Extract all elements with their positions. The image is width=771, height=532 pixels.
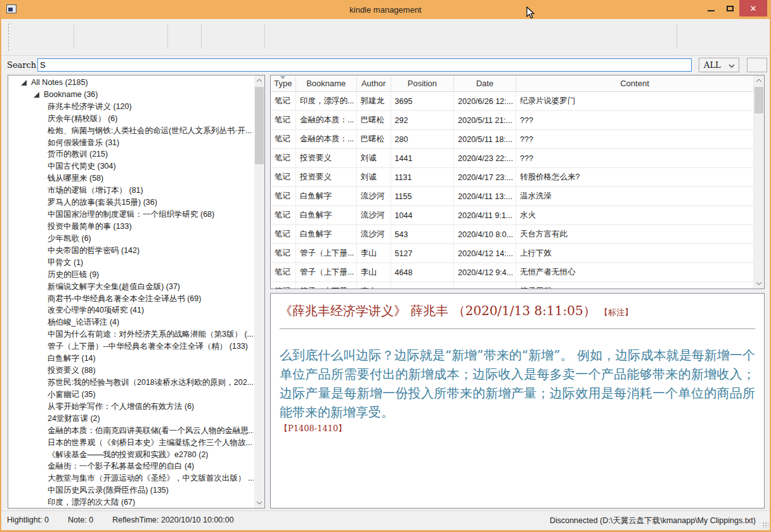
column-header-content[interactable]: Content [516, 75, 754, 91]
maximize-button[interactable] [720, 0, 739, 16]
tree-item-label: 中国古代简史 (304) [48, 161, 116, 172]
filter-dropdown[interactable]: ALL [699, 58, 739, 72]
cell-content: 转股价格怎么来? [516, 168, 754, 186]
table-row[interactable]: 笔记金融的本质：...巴曙松2922020/5/11 21:...??? [271, 111, 754, 130]
note-detail-panel: 《薛兆丰经济学讲义》 薛兆丰 （2020/1/13 8:11:05） 【标注】 … [270, 293, 765, 509]
tree-item-book[interactable]: 薛兆丰经济学讲义 (120) [8, 101, 254, 113]
toolbar-grip-handle[interactable] [8, 23, 10, 51]
table-scrollbar[interactable] [754, 75, 764, 289]
tree-item-book[interactable]: 少年凯歌 (6) [8, 233, 254, 245]
tree-item-book[interactable]: 钱从哪里来 (58) [8, 172, 254, 185]
tree-item-book[interactable]: 苏世民:我的经验与教训（2018读桥水达利欧的原则，202... [8, 377, 254, 389]
tree-item-book[interactable]: 金融的本质：伯南克四讲美联储(看一个风云人物的金融思... [8, 425, 254, 437]
tree-item-book[interactable]: 中国古代简史 (304) [8, 160, 254, 172]
tree-item-book[interactable]: 中国国家治理的制度逻辑：一个组织学研究 (68) [8, 209, 254, 221]
cell-author: 刘诚 [357, 149, 391, 167]
cell-type: 笔记 [271, 225, 296, 243]
search-input[interactable] [37, 58, 692, 72]
tree-item-book[interactable]: 商君书-中华经典名著全本全注全译丛书 (69) [8, 293, 254, 305]
tree-item-book[interactable]: 白鱼解字 (14) [8, 353, 254, 365]
table-row[interactable]: 笔记白鱼解字流沙河10442020/4/11 9:1...水火 [271, 206, 754, 225]
tree-item-label: 小窗幽记 (35) [48, 389, 96, 400]
tree-item-book[interactable]: 中央帝国的哲学密码 (142) [8, 245, 254, 257]
table-row[interactable]: 笔记白鱼解字流沙河5432020/4/10 8:0...天台方言有此 [271, 225, 754, 244]
column-header-date[interactable]: Date [454, 75, 516, 91]
tree-item-book[interactable]: 金融街：一个影子私募基金经理的自白 (4) [8, 461, 254, 473]
toolbar-separator [264, 24, 265, 49]
tree-item-book[interactable]: 货币的教训 (215) [8, 149, 254, 161]
cell-author: 巴曙松 [357, 130, 391, 148]
table-row[interactable]: 笔记印度，漂浮的...郭建龙36952020/6/26 12:...纪录片说婆罗… [271, 92, 754, 111]
cell-position: 1441 [391, 149, 455, 167]
table-header-row: TypeBooknameAuthorPositionDateContent [271, 75, 754, 92]
scroll-down-icon[interactable] [254, 497, 264, 508]
tree-item-book[interactable]: 投资中最简单的事 (133) [8, 221, 254, 233]
tree-item-book[interactable]: 如何假装懂音乐 (31) [8, 137, 254, 149]
scroll-up-icon[interactable] [754, 75, 764, 86]
tree-item-book[interactable]: 中国为什么有前途：对外经济关系的战略潜能（第3版） (... [8, 328, 254, 341]
cell-date: 2020/4/11 9:1... [454, 206, 516, 224]
table-row[interactable]: 笔记管子（上下册...李山45772020/4/12 9:4...管子思想 [271, 282, 754, 289]
tree-item-book[interactable]: 市场的逻辑（增订本） (81) [8, 185, 254, 197]
tree-expand-icon[interactable] [34, 92, 39, 98]
search-action-button[interactable] [747, 58, 767, 72]
tree-item-book[interactable]: 改变心理学的40项研究 (41) [8, 305, 254, 317]
tree-item-label: 枪炮、病菌与钢铁:人类社会的命运(世纪人文系列丛书·开... [48, 126, 252, 136]
tree-item-book[interactable]: 印度，漂浮的次大陆 (67) [8, 496, 254, 509]
tree-item-book[interactable]: 日本的世界观（《剑桥日本史》主编凝练之作三个人物故... [8, 437, 254, 449]
tree-item-book[interactable]: 小窗幽记 (35) [8, 389, 254, 401]
tree-item-book[interactable]: 24堂财富课 (2) [8, 413, 254, 425]
tree-item-label: 如何假装懂音乐 (31) [48, 138, 119, 148]
scroll-down-icon[interactable] [754, 278, 764, 289]
scrollbar-thumb[interactable] [255, 87, 264, 164]
table-row[interactable]: 笔记管子（上下册...李山51272020/4/12 14:...上行下效 [271, 244, 754, 263]
table-row[interactable]: 笔记金融的本质：...巴曙松2802020/5/11 18:...??? [271, 130, 754, 149]
cell-date: 2020/4/10 8:0... [454, 225, 516, 243]
scrollbar-thumb[interactable] [755, 87, 763, 114]
table-row[interactable]: 笔记投资要义刘诚11312020/4/17 23:...转股价格怎么来? [271, 168, 754, 187]
cell-bookname: 金融的本质：... [296, 130, 357, 148]
column-header-bookname[interactable]: Bookname [296, 75, 357, 91]
tree-item-label: 苏世民:我的经验与教训（2018读桥水达利欧的原则，202... [48, 377, 254, 388]
tree-item-book[interactable]: 投资要义 (88) [8, 365, 254, 377]
tree-item-book[interactable]: 从零开始学写作：个人增值的有效方法 (6) [8, 401, 254, 413]
cell-type: 笔记 [271, 92, 296, 110]
tree-item-book[interactable]: 大教堂与集市（开源运动的《圣经》，中文版首次出版） ... [8, 472, 254, 484]
tree-item-all-notes[interactable]: All Notes (2185) [8, 77, 254, 89]
app-icon [6, 4, 16, 13]
scroll-up-icon[interactable] [254, 75, 264, 86]
tree-item-book[interactable]: 庆余年(精校版） (6) [8, 113, 254, 125]
tree-item-book[interactable]: 管子（上下册）--中华经典名著全本全注全译（精） (133) [8, 341, 254, 353]
tree-item-label: 中央帝国的哲学密码 (142) [48, 245, 139, 256]
cell-type: 笔记 [271, 187, 296, 205]
close-button[interactable]: ✕ [739, 0, 767, 16]
cell-content: ??? [516, 149, 754, 167]
tree-item-book[interactable]: 历史的巨镜 (9) [8, 269, 254, 281]
tree-item-bookname[interactable]: Bookname (36) [8, 89, 254, 101]
tree-item-book[interactable]: 中国历史风云录(陈舜臣作品) (135) [8, 484, 254, 496]
column-header-type[interactable]: Type [271, 75, 296, 91]
cell-type: 笔记 [271, 282, 296, 289]
table-row[interactable]: 笔记投资要义刘诚14412020/4/23 22:...??? [271, 149, 754, 168]
tree-item-label: 钱从哪里来 (58) [48, 173, 103, 184]
tree-item-book[interactable]: 新编说文解字大全集(超值白金版) (37) [8, 281, 254, 293]
tree-expand-icon[interactable] [21, 80, 27, 86]
column-header-author[interactable]: Author [357, 75, 391, 91]
cell-date: 2020/6/26 12:... [454, 92, 516, 110]
tree-item-book[interactable]: 杨伯峻_论语译注 (4) [8, 316, 254, 328]
cell-content: ??? [516, 111, 754, 129]
column-header-position[interactable]: Position [391, 75, 455, 91]
tree-item-book[interactable]: 甲骨文 (1) [8, 257, 254, 269]
tree-item-book[interactable]: 《解读基金——我的投资观和实践》e2780 (2) [8, 449, 254, 461]
cell-date: 2020/4/12 9:4... [454, 282, 516, 289]
table-row[interactable]: 笔记白鱼解字流沙河11552020/4/11 13:...温水洗澡 [271, 187, 754, 206]
cell-content: 无恒产者无恒心 [516, 263, 754, 282]
tree-item-book[interactable]: 枪炮、病菌与钢铁:人类社会的命运(世纪人文系列丛书·开... [8, 125, 254, 137]
table-row[interactable]: 笔记管子（上下册...李山46482020/4/12 9:4...无恒产者无恒心 [271, 263, 754, 282]
tree-scrollbar[interactable] [254, 75, 264, 508]
cell-position: 292 [391, 111, 455, 129]
resize-grip[interactable] [762, 522, 768, 528]
minimize-button[interactable] [701, 0, 720, 16]
notes-table-panel: TypeBooknameAuthorPositionDateContent 笔记… [270, 75, 765, 289]
tree-item-book[interactable]: 罗马人的故事(套装共15册) (36) [8, 197, 254, 209]
